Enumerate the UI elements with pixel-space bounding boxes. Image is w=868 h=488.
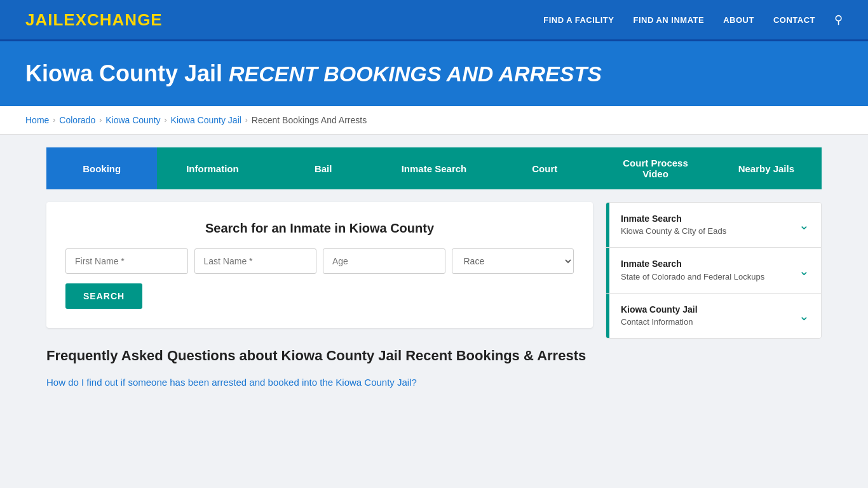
chevron-down-icon-1: ⌄: [799, 217, 810, 233]
sidebar-card-sublabel-3: Contact Information: [621, 316, 792, 328]
site-logo[interactable]: JAILEXCHANGE: [25, 10, 163, 30]
sidebar-card-text-1: Inmate Search Kiowa County & City of Ead…: [621, 213, 792, 237]
tab-inmate-search[interactable]: Inmate Search: [379, 147, 489, 189]
page-title: Kiowa County Jail RECENT BOOKINGS AND AR…: [25, 60, 843, 87]
breadcrumb-bar: Home › Colorado › Kiowa County › Kiowa C…: [0, 106, 868, 135]
breadcrumb-current: Recent Bookings And Arrests: [252, 115, 367, 125]
sidebar-card-sublabel-1: Kiowa County & City of Eads: [621, 226, 792, 237]
logo-part2: EXCHANGE: [64, 10, 162, 29]
main-nav: FIND A FACILITY FIND AN INMATE ABOUT CON…: [543, 13, 843, 27]
chevron-down-icon-2: ⌄: [799, 263, 810, 278]
breadcrumb-home[interactable]: Home: [25, 115, 49, 125]
breadcrumb: Home › Colorado › Kiowa County › Kiowa C…: [25, 115, 843, 125]
chevron-down-icon-3: ⌄: [799, 308, 810, 323]
sidebar-card-header-2[interactable]: Inmate Search State of Colorado and Fede…: [606, 248, 821, 292]
sidebar-card-text-2: Inmate Search State of Colorado and Fede…: [621, 258, 792, 282]
faq-section: Frequently Asked Questions about Kiowa C…: [46, 341, 593, 396]
sidebar-card-2: Inmate Search State of Colorado and Fede…: [606, 248, 821, 293]
breadcrumb-kiowa-jail[interactable]: Kiowa County Jail: [171, 115, 241, 125]
sidebar-card-label-1: Inmate Search: [621, 213, 792, 224]
race-select[interactable]: Race White Black Hispanic Asian Other: [452, 248, 574, 274]
tab-bail[interactable]: Bail: [268, 147, 379, 189]
site-header: JAILEXCHANGE FIND A FACILITY FIND AN INM…: [0, 0, 868, 41]
sidebar-card-sublabel-2: State of Colorado and Federal Lockups: [621, 271, 792, 283]
tab-nearby-jails[interactable]: Nearby Jails: [711, 147, 822, 189]
tab-booking[interactable]: Booking: [46, 147, 157, 189]
sidebar-card-3: Kiowa County Jail Contact Information ⌄: [606, 294, 821, 338]
hero-subtitle: RECENT BOOKINGS AND ARRESTS: [229, 62, 602, 86]
sidebar-card-header-3[interactable]: Kiowa County Jail Contact Information ⌄: [606, 294, 821, 338]
breadcrumb-kiowa-county[interactable]: Kiowa County: [105, 115, 160, 125]
sidebar-card-label-2: Inmate Search: [621, 258, 792, 269]
first-name-input[interactable]: [65, 248, 188, 274]
nav-find-inmate[interactable]: FIND AN INMATE: [633, 15, 704, 25]
tab-court[interactable]: Court: [489, 147, 600, 189]
nav-find-facility[interactable]: FIND A FACILITY: [543, 15, 614, 25]
left-panel: Search for an Inmate in Kiowa County Rac…: [46, 202, 593, 396]
faq-question-1[interactable]: How do I find out if someone has been ar…: [46, 377, 417, 388]
age-input[interactable]: [323, 248, 445, 274]
breadcrumb-sep-2: ›: [99, 116, 102, 125]
search-title: Search for an Inmate in Kiowa County: [65, 221, 574, 236]
search-fields: Race White Black Hispanic Asian Other: [65, 248, 574, 274]
hero-main: Kiowa County Jail: [25, 60, 222, 86]
breadcrumb-sep-4: ›: [245, 116, 248, 125]
sidebar-card-label-3: Kiowa County Jail: [621, 304, 792, 315]
search-icon[interactable]: ⚲: [834, 13, 843, 27]
breadcrumb-sep-1: ›: [53, 116, 55, 125]
sidebar-card-1: Inmate Search Kiowa County & City of Ead…: [606, 203, 821, 248]
faq-title: Frequently Asked Questions about Kiowa C…: [46, 347, 593, 365]
nav-contact[interactable]: CONTACT: [773, 15, 815, 25]
breadcrumb-sep-3: ›: [165, 116, 167, 125]
logo-part1: JAIL: [25, 10, 64, 29]
breadcrumb-colorado[interactable]: Colorado: [59, 115, 95, 125]
hero-banner: Kiowa County Jail RECENT BOOKINGS AND AR…: [0, 41, 868, 106]
last-name-input[interactable]: [194, 248, 317, 274]
search-button[interactable]: SEARCH: [65, 283, 142, 309]
tab-information[interactable]: Information: [157, 147, 268, 189]
main-container: Booking Information Bail Inmate Search C…: [21, 135, 847, 421]
content-layout: Search for an Inmate in Kiowa County Rac…: [46, 202, 822, 396]
tab-court-process-video[interactable]: Court Process Video: [600, 147, 710, 189]
sidebar-card-header-1[interactable]: Inmate Search Kiowa County & City of Ead…: [606, 203, 821, 247]
nav-about[interactable]: ABOUT: [723, 15, 754, 25]
tab-bar: Booking Information Bail Inmate Search C…: [46, 147, 822, 189]
right-panel: Inmate Search Kiowa County & City of Ead…: [606, 202, 822, 339]
inmate-search-box: Search for an Inmate in Kiowa County Rac…: [46, 202, 593, 328]
sidebar-card-text-3: Kiowa County Jail Contact Information: [621, 304, 792, 328]
